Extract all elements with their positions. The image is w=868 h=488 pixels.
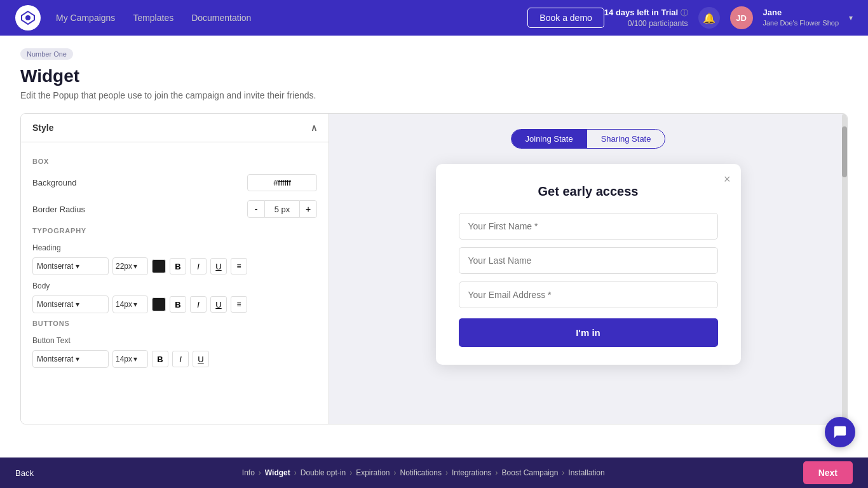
button-font-row: Montserrat ▾ 14px ▾ B I U [32, 350, 317, 368]
state-tabs: Joining State Sharing State [511, 129, 666, 149]
body-font-select[interactable]: Montserrat ▾ [32, 295, 109, 313]
buttons-section-label: BUTTONS [32, 320, 317, 327]
heading-font-select[interactable]: Montserrat ▾ [32, 257, 109, 275]
collapse-icon[interactable]: ∧ [311, 123, 317, 133]
style-panel: Style ∧ BOX Background Border Radius - 5… [21, 114, 329, 424]
nav-links: My Campaigns Templates Documentation [56, 13, 527, 23]
button-size-chevron: ▾ [133, 355, 137, 363]
nav-templates[interactable]: Templates [133, 13, 173, 23]
widget-preview-card: × Get early access I'm in [436, 164, 741, 365]
app-logo[interactable] [15, 5, 41, 30]
body-italic-button[interactable]: I [190, 296, 207, 313]
trial-days: 14 days left in Trial [604, 8, 678, 17]
nav-documentation[interactable]: Documentation [191, 13, 251, 23]
border-radius-label: Border Radius [32, 205, 85, 214]
border-radius-controls: - 5 px + [247, 200, 317, 218]
heading-bold-button[interactable]: B [170, 258, 186, 274]
panel-body: BOX Background Border Radius - 5 px + TY… [21, 142, 329, 384]
heading-color-swatch[interactable] [152, 259, 166, 273]
typography-section-label: TYPOGRAPHY [32, 227, 317, 234]
body-sublabel: Body [32, 281, 317, 290]
heading-underline-button[interactable]: U [210, 258, 227, 274]
body-size-chevron: ▾ [133, 300, 137, 309]
box-section-label: BOX [32, 158, 317, 165]
background-color-input[interactable] [247, 174, 317, 191]
joining-state-tab[interactable]: Joining State [512, 130, 587, 148]
page-description: Edit the Popup that people use to join t… [20, 90, 848, 100]
body-align-button[interactable]: ≡ [231, 296, 247, 313]
heading-font-value: Montserrat [37, 262, 73, 271]
widget-title: Get early access [459, 184, 718, 199]
heading-font-row: Montserrat ▾ 22px ▾ B I U ≡ [32, 257, 317, 275]
trial-participants: 0/100 participants [604, 18, 688, 29]
background-row: Background [32, 174, 317, 191]
button-font-select[interactable]: Montserrat ▾ [32, 350, 109, 368]
body-font-chevron: ▾ [76, 300, 79, 309]
main-content: Number One Widget Edit the Popup that pe… [0, 36, 868, 458]
user-info: Jane Jane Doe's Flower Shop [763, 7, 839, 29]
heading-italic-button[interactable]: I [190, 258, 207, 274]
border-radius-minus-button[interactable]: - [247, 200, 265, 218]
body-size-value: 14px [116, 300, 132, 309]
preview-scrollbar [842, 114, 847, 424]
preview-panel: Joining State Sharing State × Get early … [329, 114, 847, 424]
body-size-select[interactable]: 14px ▾ [112, 295, 148, 313]
sharing-state-tab[interactable]: Sharing State [587, 130, 665, 148]
heading-size-chevron: ▾ [133, 262, 137, 271]
button-size-select[interactable]: 14px ▾ [112, 350, 148, 368]
panel-header: Style ∧ [21, 114, 329, 142]
svg-point-1 [26, 16, 30, 20]
body-bold-button[interactable]: B [170, 296, 186, 313]
nav-campaigns[interactable]: My Campaigns [56, 13, 115, 23]
heading-size-select[interactable]: 22px ▾ [112, 257, 148, 275]
book-demo-button[interactable]: Book a demo [527, 8, 604, 28]
notifications-icon[interactable]: 🔔 [698, 7, 720, 29]
editor-area: Style ∧ BOX Background Border Radius - 5… [20, 113, 848, 424]
button-text-sublabel: Button Text [32, 336, 317, 345]
button-bold-button[interactable]: B [152, 351, 168, 367]
body-color-swatch[interactable] [152, 297, 166, 311]
last-name-input[interactable] [459, 247, 718, 274]
first-name-input[interactable] [459, 213, 718, 240]
navbar-right: 14 days left in Trial ⓘ 0/100 participan… [604, 6, 853, 29]
scroll-thumb [842, 126, 847, 177]
user-menu-chevron[interactable]: ▾ [849, 13, 853, 22]
avatar: JD [730, 6, 753, 29]
border-radius-value: 5 px [265, 200, 299, 218]
button-font-chevron: ▾ [76, 355, 79, 363]
chat-bubble-button[interactable] [825, 417, 855, 447]
heading-sublabel: Heading [32, 243, 317, 252]
navbar: My Campaigns Templates Documentation Boo… [0, 0, 868, 36]
widget-close-button[interactable]: × [724, 173, 731, 186]
trial-info: 14 days left in Trial ⓘ 0/100 participan… [604, 7, 688, 29]
button-underline-button[interactable]: U [193, 351, 209, 367]
user-shop: Jane Doe's Flower Shop [763, 18, 839, 28]
body-font-value: Montserrat [37, 300, 73, 309]
border-radius-row: Border Radius - 5 px + [32, 200, 317, 218]
button-font-value: Montserrat [37, 355, 73, 363]
widget-submit-button[interactable]: I'm in [459, 318, 718, 347]
user-name: Jane [763, 7, 839, 18]
button-italic-button[interactable]: I [172, 351, 189, 367]
body-underline-button[interactable]: U [210, 296, 227, 313]
body-font-row: Montserrat ▾ 14px ▾ B I U ≡ [32, 295, 317, 313]
button-size-value: 14px [116, 355, 132, 363]
email-input[interactable] [459, 281, 718, 308]
heading-align-button[interactable]: ≡ [231, 258, 247, 274]
panel-title: Style [32, 123, 53, 133]
heading-font-chevron: ▾ [76, 262, 79, 271]
heading-size-value: 22px [116, 262, 132, 271]
page-title: Widget [20, 66, 848, 86]
background-label: Background [32, 178, 76, 187]
breadcrumb-badge: Number One [20, 48, 73, 60]
border-radius-plus-button[interactable]: + [299, 200, 317, 218]
